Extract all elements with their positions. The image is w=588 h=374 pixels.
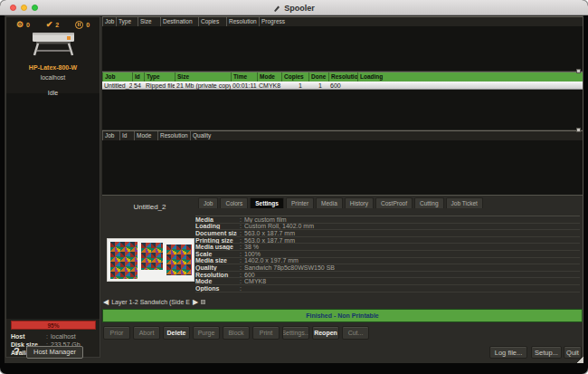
colon-separator [237, 251, 244, 257]
printer-illustration [6, 30, 100, 61]
layer-next-button[interactable]: ▶ [193, 298, 198, 307]
host-manager-button[interactable]: Host Manager [26, 346, 83, 359]
tab[interactable]: Colors [220, 197, 248, 208]
spooler-app-icon [273, 5, 280, 12]
colon-separator [237, 264, 244, 271]
table-cell: 1 [308, 82, 328, 90]
footer-bar: ? Host Manager Log file... Setup... Quit [5, 343, 583, 363]
column-header: Copies [198, 17, 226, 26]
column-header: Job [102, 72, 132, 82]
printer-status: Idle [6, 90, 100, 96]
column-header: Job [102, 131, 119, 140]
queue-table: JobTypeSizeDestinationCopiesResolutionPr… [102, 16, 583, 71]
setup-button[interactable]: Setup... [531, 346, 562, 359]
setting-label: Document size [195, 230, 237, 236]
job-name: Untitled_2 [102, 203, 197, 211]
setting-label: Loading [195, 223, 237, 229]
column-header: Job [102, 17, 116, 26]
log-file-button[interactable]: Log file... [489, 346, 527, 359]
action-button[interactable]: Purge [193, 326, 220, 340]
table-row-selected[interactable]: Untitled_254Ripped file21 Mb (private co… [102, 82, 583, 90]
tab[interactable]: Settings [250, 197, 284, 208]
resize-grip[interactable] [576, 356, 583, 363]
action-button[interactable]: Prior [103, 326, 130, 340]
printer-name: HP-Latex-800-W [6, 64, 100, 71]
setting-value: 38 % [244, 244, 580, 250]
tab[interactable]: Cutting [414, 197, 444, 208]
check-icon: ✔ [46, 21, 53, 29]
setting-value: CMYK8 [244, 278, 580, 284]
held-counter: 0 [75, 21, 90, 29]
scrollbar-thumb[interactable] [576, 69, 581, 73]
settings-row: Options [195, 285, 580, 292]
settings-list: Media My custom film Loading Custom Roll… [195, 216, 580, 292]
column-header: Id [119, 131, 134, 140]
scrollbar-thumb[interactable] [576, 128, 581, 132]
setting-label: Media [195, 216, 237, 223]
layer-label: Layer 1-2 Sandwich (Side E [111, 299, 190, 305]
job-preview-strip[interactable] [107, 238, 194, 282]
tab[interactable]: Job Ticket [446, 197, 483, 208]
colon-separator [237, 237, 244, 244]
main-panel: JobTypeSizeDestinationCopiesResolutionPr… [102, 16, 583, 358]
column-header: Destination [160, 17, 198, 26]
column-header: Resolution [157, 131, 190, 140]
setting-value: 100% [244, 251, 580, 257]
action-button[interactable]: Reopen [312, 326, 339, 340]
window-title-area: Spooler [0, 0, 588, 15]
help-button[interactable]: ? [14, 346, 20, 357]
table-cell: Ripped file [144, 82, 175, 90]
colon-separator [237, 223, 244, 229]
queue-table-header: JobTypeSizeDestinationCopiesResolutionPr… [102, 17, 583, 26]
setting-label: Quality [195, 264, 237, 271]
setting-label: Scale [195, 251, 237, 257]
spooler-window: Spooler ⚙ 0 ✔ 2 0 [0, 0, 588, 374]
action-button[interactable]: Print [252, 326, 280, 340]
settings-row: Mode CMYK8 [195, 278, 580, 285]
tab[interactable]: Printer [286, 197, 314, 208]
printer-card[interactable]: ⚙ 0 ✔ 2 0 [6, 17, 100, 93]
column-header: Quality [190, 131, 583, 140]
setting-value: Sandwich 78p5c80WSW150 SB [244, 264, 580, 271]
table-cell: 00:01:11 [231, 82, 257, 90]
job-thumbnail [141, 243, 163, 270]
action-button[interactable]: Delete [163, 326, 190, 340]
tab[interactable]: Media [316, 197, 343, 208]
disk-usage-bar: 95% [11, 321, 96, 330]
tab[interactable]: History [345, 197, 374, 208]
colon-separator [237, 216, 244, 223]
gear-icon: ⚙ [16, 21, 24, 29]
tab[interactable]: Job [198, 197, 218, 208]
app-area: ⚙ 0 ✔ 2 0 [5, 15, 583, 363]
disk-info-value: localhost [51, 332, 98, 340]
printer-host: localhost [6, 74, 100, 81]
table-cell [357, 82, 583, 90]
column-header: Time [231, 72, 257, 82]
layer-prev-button[interactable]: ◀ [103, 298, 109, 307]
colon-separator [237, 278, 244, 284]
action-buttons: PriorAbortDeletePurgeBlockPrintSettings.… [103, 326, 369, 340]
processing-count: 0 [26, 22, 30, 28]
action-button[interactable]: Block [223, 326, 250, 340]
action-button[interactable]: Cut... [342, 326, 369, 340]
tab[interactable]: CostProof [375, 197, 413, 208]
setting-label: Mode [195, 278, 237, 284]
colon-separator [237, 272, 244, 278]
layer-selector-grip[interactable] [201, 300, 205, 304]
action-button[interactable]: Abort [133, 326, 160, 340]
pause-icon [75, 21, 83, 29]
detail-tabs: JobColorsSettingsPrinterMediaHistoryCost… [198, 197, 483, 208]
job-counters: ⚙ 0 ✔ 2 0 [8, 19, 98, 30]
done-counter: ✔ 2 [46, 21, 59, 29]
setting-label: Resolution [195, 272, 237, 278]
action-button[interactable]: Settings... [282, 326, 309, 340]
setting-label: Media usage [195, 244, 237, 250]
done-count: 2 [55, 22, 59, 28]
column-header: Type [116, 17, 138, 26]
setting-value: 563.0 x 187.7 mm [244, 237, 580, 244]
table-cell: 54 [132, 82, 144, 90]
finished-table-header: JobIdTypeSizeTimeModeCopiesDoneResolutio… [102, 72, 583, 82]
colon-separator [237, 244, 244, 250]
job-status-bar: Finished - Non Printable [102, 309, 583, 322]
setting-value: Custom Roll, 1402.0 mm [244, 223, 580, 229]
